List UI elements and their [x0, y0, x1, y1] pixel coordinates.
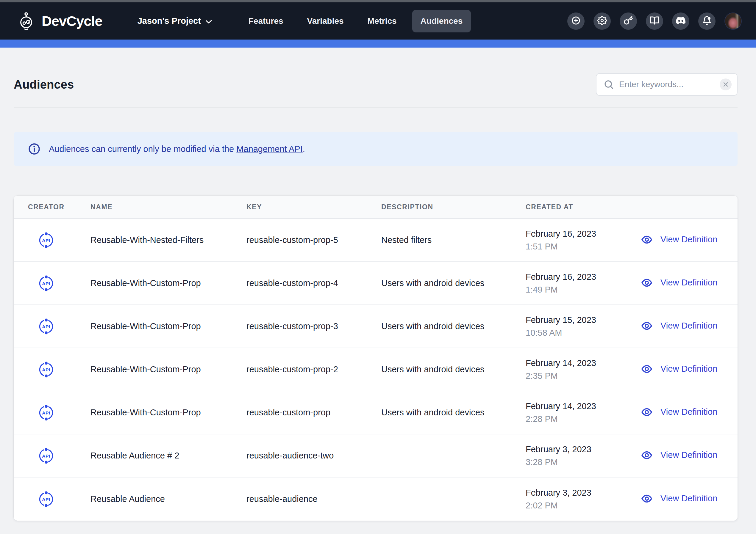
creator-cell: API [14, 360, 91, 379]
view-definition-label: View Definition [661, 278, 717, 288]
api-creator-icon: API [37, 446, 91, 465]
created-date: February 3, 2023 [526, 445, 628, 454]
created-time: 3:28 PM [526, 457, 628, 467]
created-at-cell: February 16, 2023 1:51 PM [526, 229, 628, 252]
view-definition-link[interactable]: View Definition [640, 450, 717, 461]
audience-description: Nested filters [381, 235, 526, 245]
eye-icon [640, 364, 654, 374]
search-box [596, 73, 738, 96]
settings-button[interactable] [593, 13, 611, 30]
header-divider [14, 107, 738, 108]
svg-text:API: API [42, 410, 50, 415]
view-definition-label: View Definition [661, 450, 717, 460]
plus-circle-icon [571, 16, 581, 26]
api-creator-icon: API [37, 231, 91, 249]
banner-text-before-link: Audiences can currently only be modified… [49, 144, 236, 154]
action-cell: View Definition [628, 450, 738, 462]
creator-cell: API [14, 317, 91, 336]
table-row: API Reusable-With-Custom-Prop reusable-c… [14, 305, 738, 348]
api-keys-button[interactable] [620, 13, 637, 30]
discord-icon [676, 16, 686, 26]
api-creator-icon: API [37, 403, 91, 422]
robot-logo-icon [17, 12, 36, 31]
table-row: API Reusable-With-Custom-Prop reusable-c… [14, 348, 738, 391]
search-input[interactable] [619, 80, 714, 89]
window-top-edge [0, 0, 756, 2]
audience-key: reusable-custom-prop-5 [246, 235, 381, 245]
audience-name: Reusable Audience [91, 494, 246, 504]
navbar-actions [567, 13, 742, 30]
audience-key: reusable-custom-prop [246, 408, 381, 418]
view-definition-link[interactable]: View Definition [640, 320, 717, 331]
audience-description: Users with android devices [381, 365, 526, 374]
view-definition-link[interactable]: View Definition [640, 493, 717, 504]
top-navbar: DevCycle Jason's Project Features Variab… [0, 2, 756, 39]
audience-name: Reusable-With-Custom-Prop [91, 365, 246, 374]
tab-features[interactable]: Features [240, 10, 292, 33]
created-date: February 15, 2023 [526, 315, 628, 325]
docs-button[interactable] [646, 13, 663, 30]
api-creator-icon: API [37, 274, 91, 292]
info-icon [28, 143, 40, 155]
audience-description: Users with android devices [381, 278, 526, 288]
project-selector[interactable]: Jason's Project [138, 16, 212, 26]
close-icon [723, 82, 728, 87]
tab-audiences[interactable]: Audiences [412, 10, 471, 33]
notifications-button[interactable] [698, 13, 716, 30]
devcycle-logo[interactable]: DevCycle [17, 12, 102, 31]
eye-icon [640, 407, 654, 418]
view-definition-link[interactable]: View Definition [640, 407, 717, 418]
created-time: 2:02 PM [526, 501, 628, 511]
action-cell: View Definition [628, 320, 738, 332]
audience-key: reusable-audience [246, 494, 381, 504]
audience-key: reusable-custom-prop-2 [246, 365, 381, 374]
svg-text:API: API [42, 324, 50, 329]
api-creator-icon: API [37, 360, 91, 379]
table-row: API Reusable-With-Custom-Prop reusable-c… [14, 391, 738, 434]
table-row: API Reusable Audience reusable-audience … [14, 477, 738, 521]
col-header-name: NAME [91, 203, 246, 211]
search-icon [604, 79, 614, 89]
book-icon [650, 16, 659, 26]
view-definition-label: View Definition [661, 494, 717, 503]
view-definition-link[interactable]: View Definition [640, 277, 717, 288]
discord-button[interactable] [672, 13, 689, 30]
audience-description: Users with android devices [381, 321, 526, 331]
created-at-cell: February 15, 2023 10:58 AM [526, 315, 628, 338]
view-definition-label: View Definition [661, 235, 717, 244]
view-definition-link[interactable]: View Definition [640, 364, 717, 374]
svg-text:API: API [42, 367, 50, 372]
created-date: February 14, 2023 [526, 401, 628, 411]
action-cell: View Definition [628, 277, 738, 289]
tab-metrics[interactable]: Metrics [359, 10, 405, 33]
created-at-cell: February 14, 2023 2:28 PM [526, 401, 628, 424]
info-banner: Audiences can currently only be modified… [14, 132, 738, 166]
create-button[interactable] [567, 13, 584, 30]
audiences-table: CREATOR NAME KEY DESCRIPTION CREATED AT … [14, 196, 738, 521]
svg-text:API: API [42, 497, 50, 502]
project-selector-label: Jason's Project [138, 16, 201, 26]
action-cell: View Definition [628, 364, 738, 375]
table-body: API Reusable-With-Nested-Filters reusabl… [14, 219, 738, 521]
audience-key: reusable-audience-two [246, 451, 381, 461]
chevron-down-icon [206, 16, 212, 26]
audience-description: Users with android devices [381, 408, 526, 418]
clear-search-button[interactable] [720, 79, 732, 90]
creator-cell: API [14, 274, 91, 292]
action-cell: View Definition [628, 407, 738, 419]
svg-text:API: API [42, 453, 50, 458]
banner-text-after-link: . [303, 144, 305, 154]
audience-name: Reusable-With-Custom-Prop [91, 278, 246, 288]
management-api-link[interactable]: Management API [236, 144, 302, 154]
view-definition-link[interactable]: View Definition [640, 234, 717, 245]
created-time: 1:51 PM [526, 242, 628, 252]
eye-icon [640, 277, 654, 288]
action-cell: View Definition [628, 493, 738, 505]
created-date: February 3, 2023 [526, 488, 628, 498]
table-row: API Reusable-With-Custom-Prop reusable-c… [14, 262, 738, 305]
user-avatar[interactable] [724, 13, 742, 30]
view-definition-label: View Definition [661, 407, 717, 417]
svg-text:API: API [42, 238, 50, 243]
created-time: 2:35 PM [526, 371, 628, 381]
tab-variables[interactable]: Variables [299, 10, 352, 33]
